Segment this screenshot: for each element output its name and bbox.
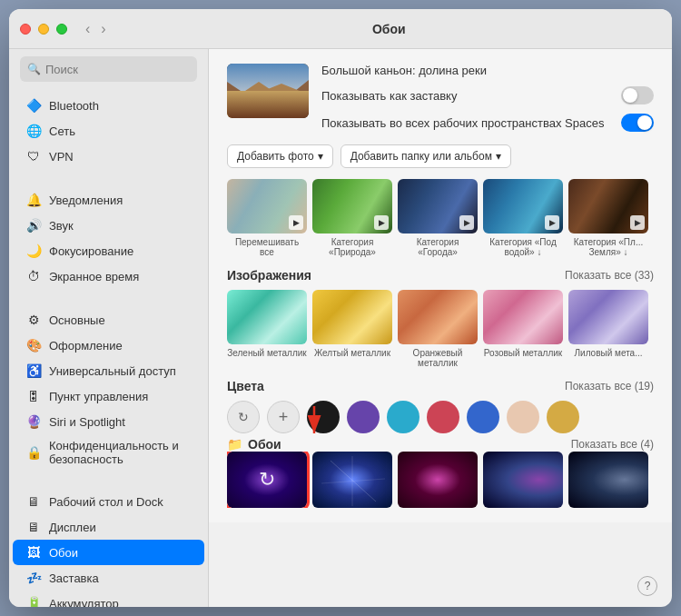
wallpapers-show-all[interactable]: Показать все (4) xyxy=(571,438,654,451)
main-wrapper: Большой каньон: долина реки Показывать к… xyxy=(209,49,672,607)
sidebar-item-label: Siri и Spotlight xyxy=(49,415,125,429)
sidebar-item-vpn[interactable]: 🛡 VPN xyxy=(13,144,204,169)
sidebar-item-focus[interactable]: 🌙 Фокусирование xyxy=(13,238,204,263)
close-button[interactable] xyxy=(20,24,31,35)
search-icon: 🔍 xyxy=(27,63,41,75)
color-refresh-button[interactable]: ↻ xyxy=(227,401,260,433)
wallpaper-thumb-3[interactable] xyxy=(398,452,478,508)
bluetooth-icon: 🔷 xyxy=(25,97,42,114)
add-buttons-row: Добавить фото ▾ Добавить папку или альбо… xyxy=(227,144,654,168)
sidebar-item-label: Оформление xyxy=(49,339,123,353)
sidebar-item-bluetooth[interactable]: 🔷 Bluetooth xyxy=(13,93,204,118)
category-label: Категория «Под водой» ↓ xyxy=(483,237,563,257)
sidebar-item-label: Пункт управления xyxy=(49,390,148,403)
all-spaces-toggle[interactable] xyxy=(621,114,654,132)
sidebar: 🔍 🔷 Bluetooth 🌐 Сеть 🛡 VPN xyxy=(9,49,209,607)
category-thumbnail-underground[interactable]: ▶ xyxy=(568,179,648,233)
wallpaper-preview-area: Большой каньон: долина реки Показывать к… xyxy=(227,64,654,132)
color-swatch-peach[interactable] xyxy=(507,401,539,433)
add-photo-button[interactable]: Добавить фото ▾ xyxy=(227,144,333,168)
category-thumbnail-nature[interactable]: ▶ xyxy=(312,179,392,233)
sidebar-item-privacy[interactable]: 🔒 Конфиденциальность и безопасность xyxy=(13,434,204,471)
sidebar-item-sound[interactable]: 🔊 Звук xyxy=(13,213,204,238)
folder-icon: 📁 xyxy=(227,437,242,452)
color-swatch-gold[interactable] xyxy=(547,401,579,433)
search-container: 🔍 xyxy=(9,49,208,89)
privacy-icon: 🔒 xyxy=(25,444,42,461)
wallpaper-thumb-2[interactable] xyxy=(312,452,392,508)
maximize-button[interactable] xyxy=(56,24,67,35)
category-thumbnail-underwater[interactable]: ▶ xyxy=(483,179,563,233)
sidebar-item-label: Конфиденциальность и безопасность xyxy=(49,439,192,466)
wallpaper-thumb-5[interactable] xyxy=(568,452,648,508)
color-swatch-teal[interactable] xyxy=(387,401,419,433)
battery-icon: 🔋 xyxy=(25,595,42,607)
image-thumb-orange[interactable] xyxy=(398,290,478,344)
sidebar-item-label: Универсальный доступ xyxy=(49,364,176,378)
category-thumbnail-mix[interactable]: ▶ xyxy=(227,179,307,233)
accessibility-icon: ♿ xyxy=(25,363,42,379)
color-swatch-purple[interactable] xyxy=(347,401,380,433)
list-item: Желтый металлик xyxy=(312,290,392,368)
colors-show-all[interactable]: Показать все (19) xyxy=(565,380,654,392)
add-photo-label: Добавить фото xyxy=(237,150,314,163)
color-swatch-blue[interactable] xyxy=(467,401,499,433)
image-thumb-green[interactable] xyxy=(227,290,307,344)
sidebar-item-label: Фокусирование xyxy=(49,244,133,258)
image-thumb-pink[interactable] xyxy=(483,290,563,344)
screensaver-toggle-row: Показывать как заставку xyxy=(321,86,654,104)
sidebar-item-appearance[interactable]: 🎨 Оформление xyxy=(13,333,204,358)
sidebar-item-screen-time[interactable]: ⏱ Экранное время xyxy=(13,263,204,289)
color-add-button[interactable]: + xyxy=(267,401,300,433)
play-icon: ▶ xyxy=(630,215,645,230)
sidebar-item-accessibility[interactable]: ♿ Универсальный доступ xyxy=(13,358,204,383)
sound-icon: 🔊 xyxy=(25,217,42,233)
screensaver-toggle[interactable] xyxy=(621,86,654,104)
back-button[interactable]: ‹ xyxy=(82,19,94,39)
sidebar-item-control-center[interactable]: 🎛 Пункт управления xyxy=(13,383,204,409)
image-label: Оранжевый металлик xyxy=(398,348,478,368)
sidebar-section-desktop: 🖥 Рабочий стол и Dock 🖥 Дисплеи 🖼 Обои 💤… xyxy=(9,489,208,607)
list-item: ▶ Категория «Природа» xyxy=(312,179,392,257)
list-item: ▶ Категория «Города» xyxy=(398,179,478,257)
content-area: 🔍 🔷 Bluetooth 🌐 Сеть 🛡 VPN xyxy=(9,49,672,607)
images-section-header: Изображения Показать все (33) xyxy=(227,268,654,283)
sidebar-item-notifications[interactable]: 🔔 Уведомления xyxy=(13,187,204,213)
color-swatch-red[interactable] xyxy=(427,401,459,433)
list-item: Зеленый металлик xyxy=(227,290,307,368)
sidebar-item-displays[interactable]: 🖥 Дисплеи xyxy=(13,514,204,540)
image-label: Розовый металлик xyxy=(484,348,562,358)
forward-button[interactable]: › xyxy=(97,19,109,39)
add-folder-button[interactable]: Добавить папку или альбом ▾ xyxy=(340,144,511,168)
wallpaper-thumb-1[interactable]: ↻ xyxy=(227,452,307,508)
screensaver-icon: 💤 xyxy=(25,570,42,586)
siri-icon: 🔮 xyxy=(25,413,42,430)
add-folder-label: Добавить папку или альбом xyxy=(350,150,492,163)
help-button[interactable]: ? xyxy=(637,576,657,596)
image-thumb-lilac[interactable] xyxy=(568,290,648,344)
sidebar-item-label: Обои xyxy=(49,546,78,560)
sidebar-section-system: ⚙ Основные 🎨 Оформление ♿ Универсальный … xyxy=(9,307,208,471)
sidebar-item-label: Экранное время xyxy=(49,270,139,283)
list-item: Розовый металлик xyxy=(483,290,563,368)
images-show-all[interactable]: Показать все (33) xyxy=(565,269,654,282)
color-swatch-black[interactable] xyxy=(307,401,340,433)
play-icon: ▶ xyxy=(459,215,474,230)
wallpapers-container: 📁 Обои Показать все (4) ↻ xyxy=(227,437,654,508)
sidebar-item-network[interactable]: 🌐 Сеть xyxy=(13,118,204,144)
search-input[interactable] xyxy=(20,56,197,82)
minimize-button[interactable] xyxy=(38,24,49,35)
colors-section-title: Цвета xyxy=(227,379,264,393)
sidebar-item-desktop-dock[interactable]: 🖥 Рабочий стол и Dock xyxy=(13,489,204,514)
category-thumbnail-city[interactable]: ▶ xyxy=(398,179,478,233)
sidebar-item-siri[interactable]: 🔮 Siri и Spotlight xyxy=(13,409,204,434)
sidebar-item-label: VPN xyxy=(49,150,74,164)
sidebar-item-wallpaper[interactable]: 🖼 Обои xyxy=(13,540,204,565)
sidebar-item-screensaver[interactable]: 💤 Заставка xyxy=(13,565,204,591)
play-icon: ▶ xyxy=(289,215,303,230)
sidebar-item-battery[interactable]: 🔋 Аккумулятор xyxy=(13,591,204,607)
sidebar-item-general[interactable]: ⚙ Основные xyxy=(13,307,204,333)
wallpaper-thumb-4[interactable] xyxy=(483,452,563,508)
image-thumb-yellow[interactable] xyxy=(312,290,392,344)
sidebar-item-label: Bluetooth xyxy=(49,99,99,113)
